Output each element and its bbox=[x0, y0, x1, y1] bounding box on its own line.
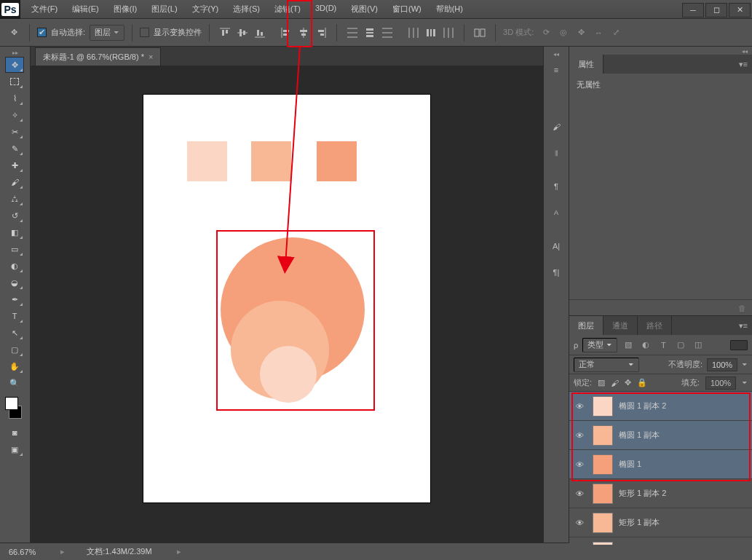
filter-type-icon[interactable]: T bbox=[657, 339, 670, 351]
visibility-toggle-icon[interactable]: 👁 bbox=[572, 460, 587, 469]
lock-pixels-icon[interactable]: 🖌 bbox=[611, 379, 619, 387]
tab-layers[interactable]: 图层 bbox=[569, 316, 603, 335]
distribute-bottom-button[interactable] bbox=[379, 25, 395, 41]
3d-slide-button[interactable]: ↔ bbox=[590, 25, 606, 41]
distribute-hcenter-button[interactable] bbox=[423, 25, 439, 41]
menu-help[interactable]: 帮助(H) bbox=[430, 0, 470, 18]
3d-pan-button[interactable]: ✥ bbox=[573, 25, 589, 41]
3d-roll-button[interactable]: ◎ bbox=[555, 25, 571, 41]
distribute-right-button[interactable] bbox=[440, 25, 456, 41]
shape-tool[interactable]: ▢ bbox=[5, 342, 24, 358]
move-tool[interactable]: ✥ bbox=[5, 57, 24, 73]
layer-name[interactable]: 矩形 1 副本 bbox=[619, 517, 660, 528]
distribute-left-button[interactable] bbox=[405, 25, 421, 41]
trash-icon[interactable]: 🗑 bbox=[738, 304, 746, 312]
filter-pixel-icon[interactable]: ▧ bbox=[622, 339, 635, 351]
history-brush-tool[interactable]: ↺ bbox=[5, 208, 24, 224]
character-panel-icon[interactable]: A| bbox=[546, 237, 566, 256]
layer-row[interactable]: 👁矩形 1 副本 bbox=[569, 508, 752, 537]
gradient-tool[interactable]: ▭ bbox=[5, 241, 24, 257]
filter-smart-icon[interactable]: ◫ bbox=[692, 339, 705, 351]
dodge-tool[interactable]: ◒ bbox=[5, 275, 24, 291]
align-bottom-button[interactable] bbox=[252, 25, 268, 41]
magic-wand-tool[interactable]: ✧ bbox=[5, 107, 24, 123]
marquee-tool[interactable] bbox=[5, 74, 24, 90]
lock-transparency-icon[interactable]: ▨ bbox=[598, 378, 605, 387]
visibility-toggle-icon[interactable]: 👁 bbox=[572, 489, 587, 498]
stamp-tool[interactable]: ⛼ bbox=[5, 191, 24, 207]
color-swatches[interactable] bbox=[5, 397, 25, 419]
hand-tool[interactable]: ✋ bbox=[5, 358, 24, 374]
auto-align-button[interactable] bbox=[472, 25, 488, 41]
show-transform-checkbox[interactable] bbox=[140, 28, 149, 37]
eyedropper-tool[interactable]: ✎ bbox=[5, 141, 24, 157]
visibility-toggle-icon[interactable]: 👁 bbox=[572, 518, 587, 527]
minimize-button[interactable]: ─ bbox=[682, 3, 704, 17]
canvas[interactable] bbox=[143, 95, 430, 502]
layer-name[interactable]: 椭圆 1 副本 bbox=[619, 430, 660, 441]
layer-row[interactable]: 👁椭圆 1 bbox=[569, 450, 752, 479]
menu-file[interactable]: 文件(F) bbox=[25, 0, 64, 18]
type-tool[interactable]: T bbox=[5, 308, 24, 324]
menu-select[interactable]: 选择(S) bbox=[226, 0, 266, 18]
menu-type[interactable]: 文字(Y) bbox=[186, 0, 226, 18]
filter-type-dropdown[interactable]: 类型 ⏷ bbox=[582, 338, 617, 352]
layer-row[interactable]: 👁矩形 1 副本 2 bbox=[569, 479, 752, 508]
menu-view[interactable]: 视图(V) bbox=[344, 0, 384, 18]
distribute-vcenter-button[interactable] bbox=[362, 25, 378, 41]
filter-shape-icon[interactable]: ▢ bbox=[674, 339, 687, 351]
layer-name[interactable]: 椭圆 1 副本 2 bbox=[619, 401, 666, 411]
lasso-tool[interactable]: ⌇ bbox=[5, 90, 24, 106]
eraser-tool[interactable]: ◧ bbox=[5, 224, 24, 240]
opacity-input[interactable]: 100% bbox=[707, 358, 737, 371]
document-tab[interactable]: 未标题-1 @ 66.7%(RGB/8) * × bbox=[35, 47, 161, 66]
tab-properties[interactable]: 属性 bbox=[569, 55, 603, 74]
filter-adjust-icon[interactable]: ◐ bbox=[639, 339, 652, 351]
auto-select-checkbox[interactable]: ✔ bbox=[37, 28, 47, 37]
character-styles-panel-icon[interactable]: A bbox=[546, 203, 566, 222]
blend-mode-dropdown[interactable]: 正常 ⏷ bbox=[574, 358, 639, 372]
menu-layer[interactable]: 图层(L) bbox=[145, 0, 183, 18]
align-vcenter-button[interactable] bbox=[234, 25, 250, 41]
layer-name[interactable]: 矩形 1 副本 2 bbox=[619, 488, 666, 499]
layer-row[interactable]: 👁椭圆 1 副本 2 bbox=[569, 392, 752, 421]
menu-3d[interactable]: 3D(D) bbox=[309, 0, 343, 18]
3d-scale-button[interactable]: ⤢ bbox=[608, 25, 624, 41]
layer-row[interactable]: 👁椭圆 1 副本 bbox=[569, 421, 752, 450]
menu-image[interactable]: 图像(I) bbox=[107, 0, 143, 18]
filter-toggle[interactable] bbox=[730, 340, 748, 350]
panel-menu-icon[interactable]: ▾≡ bbox=[739, 60, 748, 69]
pen-tool[interactable]: ✒ bbox=[5, 291, 24, 307]
lock-all-icon[interactable]: 🔒 bbox=[637, 378, 647, 387]
crop-tool[interactable]: ✂ bbox=[5, 124, 24, 140]
history-panel-icon[interactable]: ≡ bbox=[546, 60, 566, 79]
menu-window[interactable]: 窗口(W) bbox=[386, 0, 428, 18]
quick-mask-button[interactable]: ◙ bbox=[5, 425, 24, 441]
layer-row[interactable]: 👁矩形 1 bbox=[569, 537, 752, 545]
distribute-top-button[interactable] bbox=[344, 25, 360, 41]
foreground-color-swatch[interactable] bbox=[5, 397, 18, 410]
visibility-toggle-icon[interactable]: 👁 bbox=[572, 402, 587, 411]
fill-input[interactable]: 100% bbox=[705, 376, 736, 390]
zoom-level[interactable]: 66.67% bbox=[9, 548, 36, 556]
blur-tool[interactable]: ◐ bbox=[5, 258, 24, 274]
visibility-toggle-icon[interactable]: 👁 bbox=[572, 431, 587, 440]
align-right-button[interactable] bbox=[313, 25, 329, 41]
paragraph-styles-panel-icon[interactable]: ¶| bbox=[546, 263, 566, 282]
zoom-tool[interactable]: 🔍 bbox=[5, 375, 24, 391]
path-select-tool[interactable]: ↖ bbox=[5, 325, 24, 341]
auto-select-target-dropdown[interactable]: 图层 ⏷ bbox=[90, 25, 124, 41]
tab-paths[interactable]: 路径 bbox=[638, 316, 672, 335]
align-top-button[interactable] bbox=[217, 25, 233, 41]
maximize-button[interactable]: ◻ bbox=[705, 3, 727, 17]
panel-menu-icon[interactable]: ▾≡ bbox=[739, 321, 748, 331]
layer-name[interactable]: 椭圆 1 bbox=[619, 459, 641, 470]
brush-presets-panel-icon[interactable]: ⫴ bbox=[546, 143, 566, 162]
close-button[interactable]: ✕ bbox=[729, 3, 751, 17]
menu-edit[interactable]: 编辑(E) bbox=[66, 0, 106, 18]
document-info[interactable]: 文档:1.43M/2.39M bbox=[87, 546, 151, 557]
paragraph-panel-icon[interactable]: ¶ bbox=[546, 177, 566, 196]
brush-tool[interactable]: 🖌 bbox=[5, 174, 24, 190]
tab-channels[interactable]: 通道 bbox=[603, 316, 638, 335]
screen-mode-button[interactable]: ▣ bbox=[5, 441, 24, 457]
